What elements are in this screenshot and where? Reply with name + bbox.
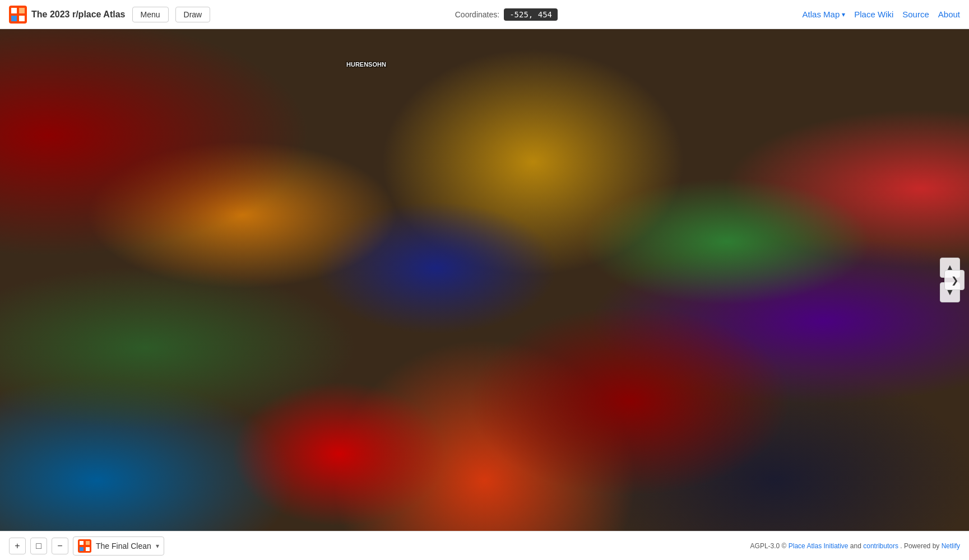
zoom-controls: + □ − The Final Clean ▾ [9, 536, 164, 556]
site-title: The 2023 r/place Atlas [31, 10, 126, 20]
zoom-minus-button[interactable]: − [52, 538, 68, 554]
svg-rect-1 [11, 8, 17, 13]
bottom-bar: + □ − The Final Clean ▾ AGPL-3.0 © Place… [0, 531, 969, 560]
about-link[interactable]: About [938, 10, 960, 19]
netlify-link[interactable]: Netlify [942, 542, 960, 550]
menu-button[interactable]: Menu [132, 7, 169, 22]
nav-links: Atlas Map Place Wiki Source About [803, 10, 960, 19]
coordinates-area: Coordinates: -525, 454 [217, 8, 795, 21]
navbar: The 2023 r/place Atlas Menu Draw Coordin… [0, 0, 969, 29]
entry-selector[interactable]: The Final Clean ▾ [73, 536, 164, 556]
coordinates-value: -525, 454 [504, 8, 558, 21]
map-container[interactable]: HURENSOHN ▲ ▼ ❯ [0, 29, 969, 560]
svg-rect-199 [80, 547, 84, 551]
svg-rect-197 [80, 541, 84, 545]
svg-rect-4 [19, 16, 25, 21]
logo-icon [9, 6, 27, 24]
draw-button[interactable]: Draw [175, 7, 211, 22]
svg-rect-198 [86, 541, 90, 545]
attribution-agpl: AGPL-3.0 © [750, 542, 787, 550]
zoom-square-button[interactable]: □ [30, 538, 47, 554]
source-link[interactable]: Source [902, 10, 929, 19]
contributors-link[interactable]: contributors [863, 542, 898, 550]
svg-rect-3 [11, 16, 17, 21]
svg-rect-200 [86, 547, 90, 551]
coordinates-label: Coordinates: [455, 10, 499, 19]
entry-name: The Final Clean [96, 542, 151, 550]
rplace-background [0, 29, 969, 560]
attribution: AGPL-3.0 © Place Atlas Initiative and co… [750, 542, 960, 550]
nav-right-button[interactable]: ❯ [944, 270, 965, 290]
zoom-plus-button[interactable]: + [9, 538, 26, 554]
powered-text: . Powered by [900, 542, 939, 550]
svg-rect-2 [19, 8, 25, 13]
atlas-map-link[interactable]: Atlas Map [803, 10, 846, 19]
logo-area: The 2023 r/place Atlas [9, 6, 126, 24]
entry-chevron: ▾ [156, 542, 159, 550]
and-text: and [850, 542, 861, 550]
entry-icon [78, 539, 91, 553]
place-wiki-link[interactable]: Place Wiki [854, 10, 893, 19]
place-atlas-link[interactable]: Place Atlas Initiative [789, 542, 849, 550]
